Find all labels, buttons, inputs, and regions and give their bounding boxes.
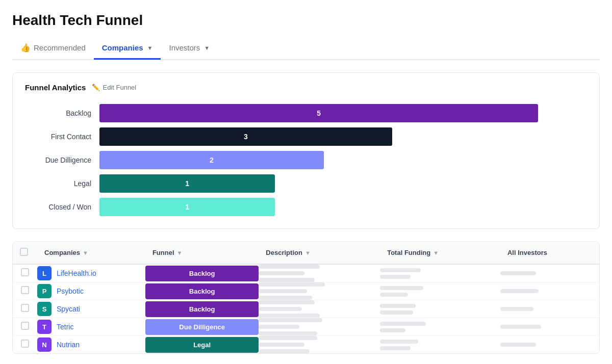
tab-investors[interactable]: Investors ▼ <box>161 37 218 60</box>
funnel-bar-container-first-contact: 3 <box>99 127 587 146</box>
td-investors-psybotic <box>500 282 599 300</box>
funnel-row-backlog: Backlog5 <box>25 104 587 122</box>
investor-placeholder <box>500 271 536 275</box>
th-total-funding[interactable]: Total Funding ▼ <box>380 242 500 264</box>
description-placeholder <box>259 331 317 335</box>
description-placeholder <box>259 314 320 318</box>
analytics-header: Funnel Analytics ✏️ Edit Funnel <box>25 83 587 92</box>
th-companies[interactable]: Companies ▼ <box>37 242 145 264</box>
funnel-chart: Backlog5First Contact3Due Dilligence2Leg… <box>25 102 587 218</box>
sort-icon: ▼ <box>305 250 311 256</box>
td-check-spycati[interactable] <box>13 300 37 318</box>
description-placeholder <box>259 296 312 300</box>
funnel-row-first-contact: First Contact3 <box>25 127 587 146</box>
td-check-psybotic[interactable] <box>13 282 37 300</box>
company-name[interactable]: Spycati <box>57 305 80 313</box>
row-checkbox[interactable] <box>21 322 29 330</box>
td-company-lifehealth: LLifeHealth.io <box>37 264 145 282</box>
td-funnel-spycati: Backlog <box>145 300 259 318</box>
edit-funnel-link[interactable]: ✏️ Edit Funnel <box>92 84 136 91</box>
investor-placeholder <box>500 289 539 293</box>
td-funding-nutrian <box>380 336 500 354</box>
td-company-nutrian: NNutrian <box>37 336 145 354</box>
funnel-badge: Backlog <box>145 283 259 299</box>
funding-placeholder <box>380 275 411 279</box>
funnel-label-legal: Legal <box>25 179 91 188</box>
company-name[interactable]: Tetric <box>57 323 73 331</box>
row-checkbox[interactable] <box>21 304 29 312</box>
sort-icon: ▼ <box>83 250 88 256</box>
td-check-nutrian[interactable] <box>13 336 37 354</box>
row-checkbox[interactable] <box>21 340 29 348</box>
description-placeholder <box>259 349 310 353</box>
company-logo: L <box>37 266 52 280</box>
company-name[interactable]: Nutrian <box>57 341 80 349</box>
funding-placeholder <box>380 340 418 344</box>
td-funnel-psybotic: Backlog <box>145 282 259 300</box>
th-all-investors: All Investors <box>500 242 599 264</box>
funnel-badge: Backlog <box>145 266 259 281</box>
company-logo: N <box>37 337 52 352</box>
description-placeholder <box>259 325 299 329</box>
funding-placeholder <box>380 322 426 326</box>
th-all-investors-label: All Investors <box>507 249 547 256</box>
funnel-bar-legal: 1 <box>99 174 275 193</box>
th-funnel[interactable]: Funnel ▼ <box>145 242 259 264</box>
th-select-all[interactable] <box>13 242 37 264</box>
data-table: Companies ▼ Funnel ▼ Des <box>13 242 599 353</box>
thumbs-up-icon: 👍 <box>20 43 31 53</box>
row-checkbox[interactable] <box>21 268 29 276</box>
funnel-label-first-contact: First Contact <box>25 133 91 141</box>
tab-recommended-label: Recommended <box>34 43 86 52</box>
funnel-row-closed-won: Closed / Won1 <box>25 198 587 216</box>
tab-recommended[interactable]: 👍 Recommended <box>12 37 94 60</box>
description-placeholder <box>259 278 315 282</box>
td-funnel-nutrian: Legal <box>145 336 259 354</box>
td-description-nutrian <box>259 336 380 354</box>
funnel-bar-container-due-dilligence: 2 <box>99 151 587 169</box>
td-investors-tetric <box>500 318 599 336</box>
chevron-down-icon: ▼ <box>204 45 210 51</box>
analytics-card: Funnel Analytics ✏️ Edit Funnel Backlog5… <box>12 72 600 229</box>
description-placeholder <box>259 282 325 287</box>
funnel-label-backlog: Backlog <box>25 109 91 117</box>
table-row: SSpycatiBacklog <box>13 300 599 318</box>
description-placeholder <box>259 271 304 275</box>
main-content: Funnel Analytics ✏️ Edit Funnel Backlog5… <box>12 60 600 364</box>
tab-companies[interactable]: Companies ▼ <box>94 37 161 60</box>
table-row: NNutrianLegal <box>13 336 599 354</box>
funding-placeholder <box>380 346 411 350</box>
funding-placeholder <box>380 310 413 315</box>
investor-placeholder <box>500 307 533 311</box>
company-name[interactable]: Psybotic <box>57 287 84 295</box>
td-funding-tetric <box>380 318 500 336</box>
sort-icon: ▼ <box>433 250 439 256</box>
funding-placeholder <box>380 328 405 332</box>
investor-placeholder <box>500 343 536 347</box>
companies-table: Companies ▼ Funnel ▼ Des <box>12 241 600 354</box>
td-funding-lifehealth <box>380 264 500 282</box>
td-description-lifehealth <box>259 264 380 282</box>
row-checkbox[interactable] <box>21 286 29 294</box>
analytics-title: Funnel Analytics <box>25 83 86 92</box>
funding-placeholder <box>380 286 423 290</box>
funnel-bar-due-dilligence: 2 <box>99 151 324 169</box>
chevron-down-icon: ▼ <box>147 45 153 51</box>
table-row: PPsyboticBacklog <box>13 282 599 300</box>
page-title: Health Tech Funnel <box>12 12 600 29</box>
th-description-label: Description <box>266 249 302 256</box>
td-check-tetric[interactable] <box>13 318 37 336</box>
funnel-bar-backlog: 5 <box>99 104 538 122</box>
company-name[interactable]: LifeHealth.io <box>57 269 96 277</box>
funnel-row-legal: Legal1 <box>25 174 587 193</box>
td-check-lifehealth[interactable] <box>13 264 37 282</box>
tab-investors-label: Investors <box>169 43 200 52</box>
funnel-badge: Due Dilligence <box>145 319 259 335</box>
investor-placeholder <box>500 325 541 329</box>
funnel-bar-container-closed-won: 1 <box>99 198 587 216</box>
th-description[interactable]: Description ▼ <box>259 242 380 264</box>
td-investors-spycati <box>500 300 599 318</box>
funding-placeholder <box>380 268 421 272</box>
description-placeholder <box>259 289 307 293</box>
select-all-checkbox[interactable] <box>20 248 28 256</box>
